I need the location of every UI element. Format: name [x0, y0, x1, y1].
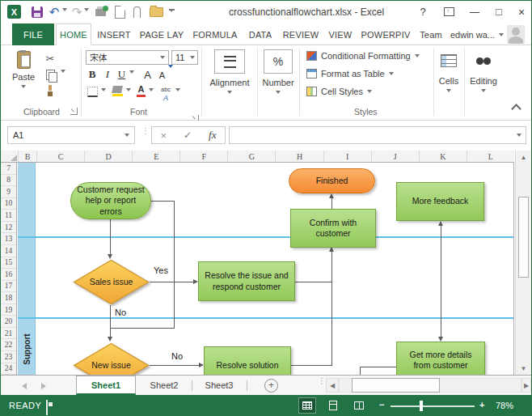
row-header[interactable]: 8 [1, 175, 16, 187]
node-get-more-details[interactable]: Get more details from customer [396, 342, 485, 375]
format-as-table-button[interactable]: Format as Table [306, 69, 394, 79]
bold-button[interactable]: B [87, 68, 98, 81]
row-header[interactable]: 7 [1, 163, 16, 175]
maximize-button[interactable]: □ [488, 1, 510, 23]
borders-dropdown[interactable] [101, 91, 106, 106]
column-header[interactable]: C [37, 151, 85, 162]
help-button[interactable]: ? [412, 1, 434, 23]
page-break-view-button[interactable] [350, 397, 368, 414]
minimize-button[interactable]: — [463, 1, 486, 23]
tabbar-drag-handle[interactable]: ⋮ [318, 380, 326, 384]
formula-input[interactable] [229, 126, 526, 144]
row-header[interactable]: 22 [1, 339, 16, 351]
scroll-down-button[interactable]: ▼ [516, 362, 531, 375]
next-sheet-button[interactable] [41, 383, 46, 389]
font-color-button[interactable]: A [137, 85, 146, 97]
zoom-slider-track[interactable] [391, 405, 475, 407]
editing-menu-button[interactable]: Editing [467, 49, 500, 92]
collapse-ribbon-button[interactable] [513, 105, 520, 112]
row-header[interactable]: 20 [1, 316, 16, 328]
row-header[interactable]: 24 [1, 363, 16, 376]
node-more-feedback[interactable]: More feedback [396, 182, 484, 221]
tab-view[interactable]: VIEW [324, 23, 357, 45]
sheet-tab-sheet3[interactable]: Sheet3 [193, 376, 245, 395]
tab-review[interactable]: REVIEW [280, 23, 322, 45]
quick-print-button[interactable] [92, 4, 108, 20]
enter-icon[interactable]: ✓ [184, 129, 192, 141]
column-header[interactable]: B [19, 151, 37, 162]
column-header[interactable]: K [420, 151, 467, 162]
clipboard-dialog-launcher[interactable] [70, 108, 78, 115]
scroll-up-button[interactable]: ▲ [516, 151, 531, 163]
fill-color-button[interactable] [112, 86, 123, 96]
vertical-scroll-thumb[interactable] [518, 197, 529, 278]
zoom-slider-thumb[interactable] [420, 401, 423, 411]
node-resolve-issue[interactable]: Resolve the issue and respond customer [198, 261, 295, 301]
formula-bar-drag-handle[interactable]: ⋮ [141, 129, 150, 133]
attachment-button[interactable] [130, 4, 143, 20]
sheet-tab-sheet2[interactable]: Sheet2 [138, 376, 190, 395]
cut-button[interactable]: ✂ [43, 52, 57, 65]
column-header[interactable]: G [228, 151, 276, 162]
new-document-button[interactable] [113, 4, 126, 20]
tab-powerpivot[interactable]: POWERPIV [358, 23, 413, 45]
row-header[interactable]: 19 [1, 304, 16, 316]
add-sheet-button[interactable]: + [264, 379, 278, 393]
tab-home[interactable]: HOME [56, 23, 91, 45]
ribbon-display-options-button[interactable]: ↑ [437, 1, 460, 23]
page-layout-view-button[interactable] [324, 397, 342, 414]
cells-menu-button[interactable]: Cells [436, 49, 462, 92]
macro-record-icon[interactable] [46, 400, 48, 415]
select-all-corner[interactable] [1, 151, 19, 162]
hscroll-right-button[interactable]: ▶ [521, 378, 531, 393]
zoom-level[interactable]: 78% [496, 401, 513, 410]
row-header[interactable]: 18 [1, 292, 16, 304]
underline-dropdown[interactable] [129, 74, 134, 88]
font-color-dropdown[interactable] [149, 91, 154, 106]
row-header[interactable]: 9 [1, 186, 16, 198]
phonetic-dropdown[interactable] [175, 91, 180, 106]
tab-data[interactable]: DATA [243, 23, 277, 45]
cancel-icon[interactable]: × [160, 129, 167, 142]
paste-button[interactable]: Paste [9, 49, 38, 103]
account-avatar[interactable] [507, 25, 525, 44]
row-header[interactable]: 23 [1, 351, 16, 363]
zoom-in-button[interactable]: + [479, 400, 484, 410]
borders-button[interactable] [87, 87, 98, 97]
column-header[interactable]: L [467, 151, 514, 162]
phonetic-button[interactable]: abc A [161, 84, 171, 101]
copy-dropdown[interactable] [61, 73, 65, 87]
fill-color-dropdown[interactable] [126, 91, 131, 106]
previous-sheet-button[interactable] [22, 383, 27, 389]
redo-button[interactable]: ↷ [70, 4, 83, 20]
copy-button[interactable] [43, 68, 57, 81]
column-header[interactable]: J [372, 151, 420, 162]
underline-button[interactable]: U [116, 68, 127, 81]
horizontal-scroll-thumb[interactable] [352, 378, 440, 393]
node-new-issue[interactable] [73, 342, 150, 375]
undo-button[interactable]: ↶ [48, 4, 61, 20]
row-header[interactable]: 15 [1, 257, 16, 270]
cell-styles-button[interactable]: Cell Styles [306, 87, 372, 96]
italic-button[interactable]: I [103, 68, 112, 81]
row-header[interactable]: 16 [1, 269, 16, 281]
vertical-scrollbar[interactable]: ▲ ▼ [515, 151, 531, 375]
format-painter-button[interactable] [43, 84, 57, 97]
column-header[interactable]: I [324, 151, 372, 162]
tab-file[interactable]: FILE [12, 23, 54, 45]
tab-team[interactable]: Team [415, 23, 447, 45]
number-menu-button[interactable]: % Number [260, 49, 297, 94]
account-menu[interactable]: edwin wa... [450, 23, 504, 45]
row-header[interactable]: 10 [1, 198, 16, 210]
tab-formulas[interactable]: FORMULA [190, 23, 240, 45]
open-folder-button[interactable] [148, 4, 164, 20]
alignment-menu-button[interactable]: Alignment [205, 49, 255, 94]
column-header[interactable]: E [133, 151, 180, 162]
tab-insert[interactable]: INSERT [95, 23, 133, 45]
grow-font-button[interactable]: A [141, 68, 154, 81]
sheet-canvas[interactable]: Support Yes No No Customer request [18, 163, 514, 375]
normal-view-button[interactable] [298, 397, 316, 414]
row-header[interactable]: 12 [1, 222, 16, 234]
row-header[interactable]: 13 [1, 233, 16, 245]
node-resolve-solution[interactable]: Resolve solution [204, 346, 291, 375]
